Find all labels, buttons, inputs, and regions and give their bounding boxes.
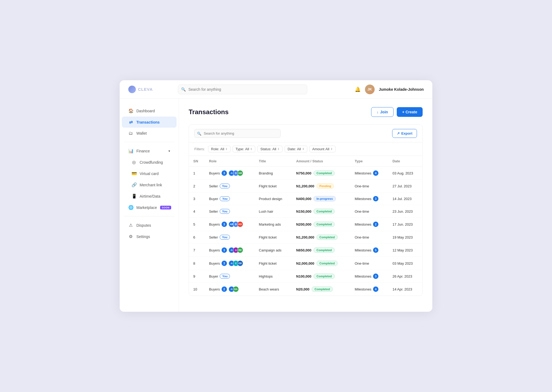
search-icon: 🔍 bbox=[181, 87, 186, 92]
join-button[interactable]: ↓ Join bbox=[371, 107, 394, 117]
table-row[interactable]: 8Buyers3ACEBFlight ticketN2,000,000Compl… bbox=[189, 257, 422, 270]
filter-role[interactable]: Role: All ⇕ bbox=[208, 146, 230, 152]
header-actions: ↓ Join + Create bbox=[371, 107, 423, 117]
col-role: Role bbox=[205, 156, 254, 167]
cell-amount-status: N1,200,000Completed bbox=[292, 231, 350, 244]
filter-amount[interactable]: Amount All ⇕ bbox=[309, 146, 336, 152]
milestone-count-badge: 4 bbox=[373, 286, 378, 292]
table-row[interactable]: 2SellerYouFlight ticketN1,200,000Pending… bbox=[189, 180, 422, 192]
cell-date: 26 Apr. 2023 bbox=[388, 270, 422, 283]
crowdfunding-icon: ◎ bbox=[132, 160, 136, 165]
status-badge: Completed bbox=[313, 247, 335, 253]
table-row[interactable]: 9BuyerYouHightopsN100,000CompletedMilest… bbox=[189, 270, 422, 283]
soon-badge: SOON bbox=[160, 206, 171, 209]
cell-amount-status: N400,000In-progress bbox=[292, 192, 350, 205]
sidebar-label-airtime: Airtime/Data bbox=[140, 194, 160, 198]
user-name: Jumoke Kolade-Johnson bbox=[379, 87, 424, 92]
sidebar-item-virtualcard[interactable]: 💳 Virtual card bbox=[122, 168, 177, 179]
table-row[interactable]: 4SellerYouLush hairN150,000CompletedOne-… bbox=[189, 205, 422, 218]
main-content: Transactions ↓ Join + Create 🔍 bbox=[179, 99, 432, 312]
sidebar-item-merchantlink[interactable]: 🔗 Merchant link bbox=[122, 179, 177, 190]
sidebar-item-airtime[interactable]: 📱 Airtime/Data bbox=[122, 191, 177, 202]
amount-value: N2,000,000 bbox=[296, 261, 314, 265]
avatars-group: ADA bbox=[229, 286, 239, 292]
table-row[interactable]: 6SellerYouFlight ticketN1,200,000Complet… bbox=[189, 231, 422, 244]
create-button[interactable]: + Create bbox=[397, 107, 423, 117]
sidebar-item-transactions[interactable]: ⇄ Transactions bbox=[122, 117, 177, 128]
sidebar-item-settings[interactable]: ⚙ Settings bbox=[122, 231, 177, 242]
cell-type: Milestones3 bbox=[350, 192, 388, 205]
status-badge: In-progress bbox=[313, 196, 336, 201]
cell-amount-status: N200,000Completed bbox=[292, 218, 350, 231]
cell-date: 12 May 2023 bbox=[388, 244, 422, 257]
mini-avatar: DA bbox=[233, 286, 239, 292]
status-badge: Completed bbox=[313, 170, 335, 176]
milestone-count-badge: 2 bbox=[373, 222, 378, 227]
filter-status-arrows: ⇕ bbox=[277, 148, 280, 150]
milestone-count-badge: 3 bbox=[373, 274, 378, 279]
status-badge: Completed bbox=[313, 222, 335, 227]
cell-sn: 7 bbox=[189, 244, 205, 257]
cell-type: One-time bbox=[350, 231, 388, 244]
role-text: Buyers bbox=[209, 222, 220, 226]
avatars-group: AnRE bbox=[229, 247, 243, 253]
amount-value: N100,000 bbox=[296, 274, 311, 278]
sidebar-item-dashboard[interactable]: 🏠 Dashboard bbox=[122, 105, 177, 116]
disputes-icon: ⚠ bbox=[128, 223, 133, 228]
table-card: 🔍 ↗ Export Filters: Role: All ⇕ bbox=[189, 124, 423, 296]
amount-value: N20,000 bbox=[296, 287, 309, 291]
cell-sn: 10 bbox=[189, 283, 205, 296]
sidebar-item-disputes[interactable]: ⚠ Disputes bbox=[122, 220, 177, 231]
merchantlink-icon: 🔗 bbox=[132, 182, 136, 187]
role-text: Seller bbox=[209, 209, 218, 214]
sidebar-item-wallet[interactable]: 🗂 Wallet bbox=[122, 128, 177, 139]
mini-avatar: HO bbox=[237, 221, 243, 227]
table-row[interactable]: 10Buyers2ADABeach wearsN20,000CompletedM… bbox=[189, 283, 422, 296]
create-label: + Create bbox=[402, 110, 417, 114]
role-count-badge: 3 bbox=[222, 247, 227, 253]
milestone-count-badge: 3 bbox=[373, 196, 378, 201]
filter-date-arrows: ⇕ bbox=[302, 148, 304, 150]
filter-type[interactable]: Type: All ⇕ bbox=[233, 146, 255, 152]
sidebar-item-marketplace[interactable]: 🌐 Marketplace SOON bbox=[122, 202, 177, 213]
airtime-icon: 📱 bbox=[132, 194, 136, 199]
cell-title: Marketing ads bbox=[254, 218, 292, 231]
role-text: Buyer bbox=[209, 274, 218, 278]
global-search[interactable]: 🔍 bbox=[178, 85, 307, 94]
table-row[interactable]: 7Buyers3AnRECampaign adsN650,000Complete… bbox=[189, 244, 422, 257]
table-search[interactable]: 🔍 bbox=[194, 129, 281, 138]
table-row[interactable]: 3BuyerYouProduct designN400,000In-progre… bbox=[189, 192, 422, 205]
filter-amount-label: Amount bbox=[312, 147, 325, 151]
export-button[interactable]: ↗ Export bbox=[392, 129, 417, 138]
filter-date[interactable]: Date: All ⇕ bbox=[285, 146, 307, 152]
cell-role: Buyers3ABBHO bbox=[205, 218, 254, 231]
cell-type: One-time bbox=[350, 205, 388, 218]
cell-type: Milestones2 bbox=[350, 218, 388, 231]
type-text: Milestones bbox=[355, 274, 371, 278]
cell-date: 14 Apr. 2023 bbox=[388, 283, 422, 296]
table-search-icon: 🔍 bbox=[197, 131, 201, 135]
page-title: Transactions bbox=[189, 108, 229, 116]
role-text: Seller bbox=[209, 184, 218, 188]
type-text: One-time bbox=[355, 209, 369, 214]
cell-sn: 8 bbox=[189, 257, 205, 270]
notification-bell-icon[interactable]: 🔔 bbox=[355, 86, 361, 92]
sidebar-label-wallet: Wallet bbox=[136, 131, 147, 135]
mini-avatar: EB bbox=[237, 260, 243, 266]
amount-value: N200,000 bbox=[296, 222, 311, 226]
sidebar-item-crowdfunding[interactable]: ◎ Crowdfunding bbox=[122, 157, 177, 168]
filter-status-value: All bbox=[272, 147, 276, 151]
table-row[interactable]: 5Buyers3ABBHOMarketing adsN200,000Comple… bbox=[189, 218, 422, 231]
settings-icon: ⚙ bbox=[128, 234, 133, 239]
sidebar-item-finance[interactable]: 📊 Finance ▾ bbox=[122, 145, 177, 156]
filter-status[interactable]: Status: All ⇕ bbox=[257, 146, 282, 152]
global-search-input[interactable] bbox=[178, 85, 307, 94]
cell-type: One-time bbox=[350, 257, 388, 270]
amount-value: N150,000 bbox=[296, 209, 311, 214]
table-search-input[interactable] bbox=[194, 129, 281, 138]
table-row[interactable]: 1Buyers3ADGBBrandingN750,000CompletedMil… bbox=[189, 167, 422, 180]
milestone-count-badge: 5 bbox=[373, 247, 378, 253]
sidebar-label-marketplace: Marketplace bbox=[136, 205, 157, 210]
cell-type: Milestones3 bbox=[350, 270, 388, 283]
role-text: Buyers bbox=[209, 171, 220, 175]
